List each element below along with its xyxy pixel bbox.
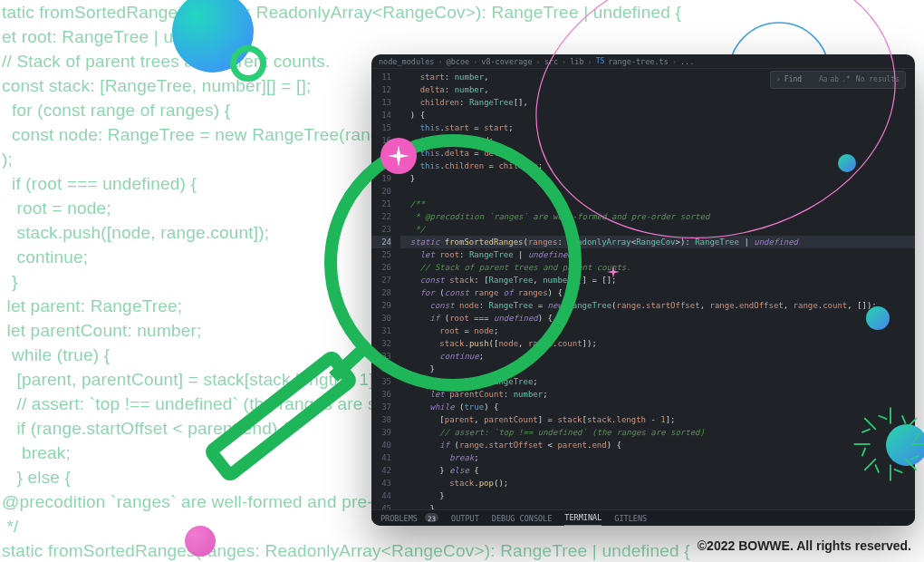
svg-line-7 [905,459,917,470]
code-line[interactable]: // assert: `top !== undefined` (the rang… [400,426,915,439]
line-number: 40 [371,439,391,451]
line-number: 14 [371,109,391,121]
svg-line-6 [864,418,876,430]
line-number: 22 [371,210,391,223]
line-number: 34 [371,363,391,375]
code-line[interactable]: [parent, parentCount] = stack[stack.leng… [400,413,915,426]
code-line[interactable]: children: RangeTree[], [400,96,915,109]
code-line[interactable]: let parentCount: number; [400,388,915,401]
line-number: 31 [371,325,391,337]
code-line[interactable]: */ [400,223,915,236]
crumb-3[interactable]: src [544,55,558,68]
code-line[interactable]: this.start = start; [400,121,915,134]
copyright-text: ©2022 BOWWE. All rights reserved. [698,538,911,553]
code-line[interactable]: break; [400,451,915,464]
code-line[interactable]: } [400,172,915,185]
code-line[interactable]: const stack: [RangeTree, number][] = []; [400,274,915,286]
code-line[interactable] [400,185,915,198]
line-number: 43 [371,477,391,489]
code-line[interactable]: start: number, [400,71,915,83]
line-number: 41 [371,451,391,464]
small-bubble-1-icon [838,154,856,172]
code-line[interactable]: let parent: RangeTree; [400,375,915,388]
code-line[interactable]: // Stack of parent trees and parent coun… [400,261,915,274]
line-number: 38 [371,413,391,426]
code-line[interactable]: let root: RangeTree | undefined; [400,248,915,261]
code-line[interactable]: ) { [400,109,915,121]
crumb-2[interactable]: v8-coverage [481,55,532,68]
code-line[interactable]: } else { [400,464,915,477]
code-line[interactable]: } [400,363,915,375]
code-line[interactable]: this.delta = delta; [400,147,915,160]
code-line[interactable]: if (root === undefined) { [400,312,915,325]
code-line[interactable]: for (const range of ranges) { [400,286,915,299]
tab-problems[interactable]: PROBLEMS 23 [380,512,438,525]
line-number: 20 [371,185,391,198]
tab-gitlens[interactable]: GITLENS [614,512,647,525]
code-line[interactable]: if (range.startOffset < parent.end) { [400,439,915,451]
line-number: 27 [371,274,391,286]
code-line[interactable]: } [400,489,915,502]
line-number: 25 [371,248,391,261]
editor-body[interactable]: 1112131415161718192021222324252627282930… [371,71,915,509]
svg-line-9 [864,459,876,470]
code-area[interactable]: start: number, delta: number, children: … [397,71,915,509]
line-number: 15 [371,121,391,134]
ts-file-icon: TS [596,55,605,68]
line-number: 28 [371,286,391,299]
code-line[interactable]: stack.push([node, range.count]); [400,337,915,350]
code-editor: node_modules› @bcoe› v8-coverage› src› l… [371,54,915,526]
line-number: 12 [371,83,391,96]
line-number: 11 [371,71,391,83]
crumb-1[interactable]: @bcoe [447,55,470,68]
crumb-6[interactable]: ... [680,55,694,68]
line-number: 35 [371,375,391,388]
line-number: 30 [371,312,391,325]
line-number: 32 [371,337,391,350]
tab-output[interactable]: OUTPUT [451,512,479,525]
line-number: 33 [371,350,391,363]
code-line[interactable]: const node: RangeTree = new RangeTree(ra… [400,299,915,312]
svg-line-11 [913,432,921,441]
line-number: 19 [371,172,391,185]
line-number: 26 [371,261,391,274]
green-ring-icon [230,45,266,82]
code-line[interactable]: delta: number, [400,83,915,96]
line-number: 24 [371,236,391,248]
svg-line-12 [910,453,919,461]
breadcrumb[interactable]: node_modules› @bcoe› v8-coverage› src› l… [371,54,915,69]
problems-badge: 23 [425,513,438,522]
bottom-panel: PROBLEMS 23 OUTPUT DEBUG CONSOLE TERMINA… [371,509,915,526]
line-number: 23 [371,223,391,236]
line-number: 39 [371,426,391,439]
line-number: 21 [371,198,391,210]
code-line[interactable]: this.end = end; [400,134,915,147]
code-line[interactable]: continue; [400,350,915,363]
code-line[interactable]: while (true) { [400,401,915,413]
burst-icon [850,403,924,485]
tab-terminal[interactable]: TERMINAL [564,511,602,526]
sparkle-small-icon [607,266,620,278]
line-number: 29 [371,299,391,312]
code-line[interactable]: static fromSortedRanges(ranges: Readonly… [400,236,915,248]
svg-line-16 [861,427,870,435]
sparkle-white-icon [388,145,409,167]
crumb-0[interactable]: node_modules [379,55,434,68]
crumb-5[interactable]: range-tree.ts [608,55,669,68]
small-bubble-2-icon [866,306,890,330]
svg-line-13 [894,467,902,475]
svg-line-15 [860,448,868,456]
crumb-4[interactable]: lib [570,55,583,68]
pink-bubble-icon [185,526,216,557]
code-line[interactable]: root = node; [400,325,915,337]
line-gutter: 1112131415161718192021222324252627282930… [371,71,397,509]
line-number: 42 [371,464,391,477]
tab-debug[interactable]: DEBUG CONSOLE [492,512,553,525]
code-line[interactable]: } [400,502,915,509]
code-line[interactable]: /** [400,198,915,210]
code-line[interactable]: * @precodition `ranges` are well-formed … [400,210,915,223]
svg-line-14 [873,464,881,472]
code-line[interactable]: stack.pop(); [400,477,915,489]
line-number: 37 [371,401,391,413]
svg-line-10 [900,415,908,423]
